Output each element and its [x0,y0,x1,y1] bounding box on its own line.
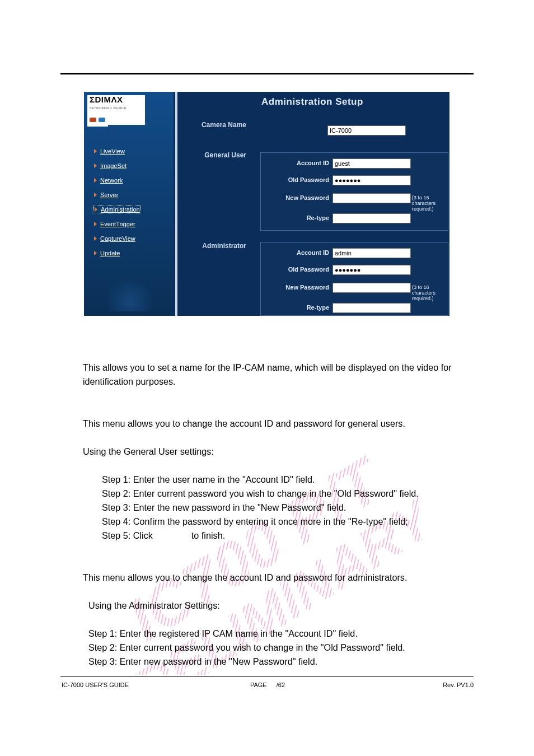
main-panel: Administration Setup Camera Name General… [182,92,449,316]
admin-step-2: Step 2: Enter current password you wish … [88,641,475,655]
admin-new-password-hint: (3 to 16 characters required.) [412,284,448,301]
sidebar-item-eventtrigger[interactable]: EventTrigger [94,221,140,227]
gen-step-2: Step 2: Enter current password you wish … [102,487,475,501]
sidebar-item-update[interactable]: Update [94,250,140,256]
sidebar-item-captureview[interactable]: CaptureView [94,235,140,242]
admin-account-id-input[interactable] [332,248,411,258]
admin-retype-input[interactable] [332,303,411,313]
gen-step-5-post: to finish. [189,530,225,540]
guest-retype-input[interactable] [332,213,411,223]
sidebar: ΣDIMΛX NETWORKING PEOPLE TOGETHER LiveVi… [84,92,174,316]
caret-icon [94,149,97,153]
guest-new-password-label: New Password [285,194,329,201]
nav-label: Network [100,177,123,184]
admin-old-password-label: Old Password [288,266,329,273]
admin-new-password-label: New Password [285,284,329,291]
guest-new-password-input[interactable] [332,193,411,203]
admin-step-1: Step 1: Enter the registered IP CAM name… [88,627,475,641]
nav-label: Administration [101,206,140,213]
para-general-user-heading: Using the General User settings: [83,445,475,459]
administrator-label: Administrator [182,242,246,250]
caret-icon [94,251,97,255]
gen-step-5: Step 5: Click to finish. [102,529,475,543]
camera-name-input[interactable] [327,125,406,136]
admin-old-password-input[interactable] [332,265,411,275]
gen-step-3: Step 3: Enter the new password in the "N… [102,501,475,515]
gen-step-5-pre: Step 5: Click [102,530,155,540]
nav-label: Update [100,250,120,256]
para-camera-name-desc: This allows you to set a name for the IP… [83,361,475,389]
admin-account-id-label: Account ID [297,249,329,256]
sidebar-item-network[interactable]: Network [94,177,140,184]
globe-decoration [96,281,163,311]
para-admin-desc: This menu allows you to change the accou… [83,571,475,585]
para-admin-heading: Using the Administrator Settings: [83,599,475,613]
caret-icon [94,222,97,226]
admin-new-password-input[interactable] [332,283,411,293]
camera-name-label: Camera Name [182,121,246,129]
general-user-group: Account ID Old Password New Password (3 … [260,152,448,231]
caret-icon [95,207,97,212]
document-body: This allows you to set a name for the IP… [83,361,475,669]
admin-retype-label: Re-type [307,304,329,311]
caret-icon [94,164,97,168]
panel-title: Administration Setup [261,96,363,108]
vertical-divider [175,92,177,316]
guest-old-password-label: Old Password [288,176,329,183]
caret-icon [94,178,97,183]
nav-label: EventTrigger [100,221,135,227]
caret-icon [94,236,97,241]
guest-account-id-label: Account ID [297,160,329,166]
guest-new-password-hint: (3 to 16 characters required.) [412,195,448,212]
nav-label: ImageSet [100,162,127,169]
admin-step-3: Step 3: Enter new password in the "New P… [88,655,475,669]
para-general-user-desc: This menu allows you to change the accou… [83,417,475,431]
gen-step-4: Step 4: Confirm the password by entering… [102,515,475,529]
logo-decoration [87,114,108,127]
nav-label: Server [100,192,118,198]
sidebar-item-administration[interactable]: Administration [94,206,140,213]
page-footer: IC-7000 USER'S GUIDE PAGE /62 Rev. PV1.0 [62,682,474,688]
nav-label: LiveView [100,148,125,155]
sidebar-item-liveview[interactable]: LiveView [94,148,140,155]
footer-center: PAGE /62 [62,682,474,688]
guest-account-id-input[interactable] [332,158,411,169]
nav-label: CaptureView [100,235,135,242]
guest-retype-label: Re-type [307,214,329,221]
general-user-label: General User [182,151,246,159]
guest-old-password-input[interactable] [332,175,411,185]
brand-text: ΣDIMΛX [90,95,123,104]
admin-setup-screenshot: ΣDIMΛX NETWORKING PEOPLE TOGETHER LiveVi… [84,92,449,316]
caret-icon [94,193,97,197]
gen-step-1: Step 1: Enter the user name in the "Acco… [102,473,475,487]
administrator-group: Account ID Old Password New Password (3 … [260,242,448,316]
sidebar-nav: LiveView ImageSet Network Server Adminis… [94,148,140,264]
sidebar-item-server[interactable]: Server [94,192,140,198]
sidebar-item-imageset[interactable]: ImageSet [94,162,140,169]
